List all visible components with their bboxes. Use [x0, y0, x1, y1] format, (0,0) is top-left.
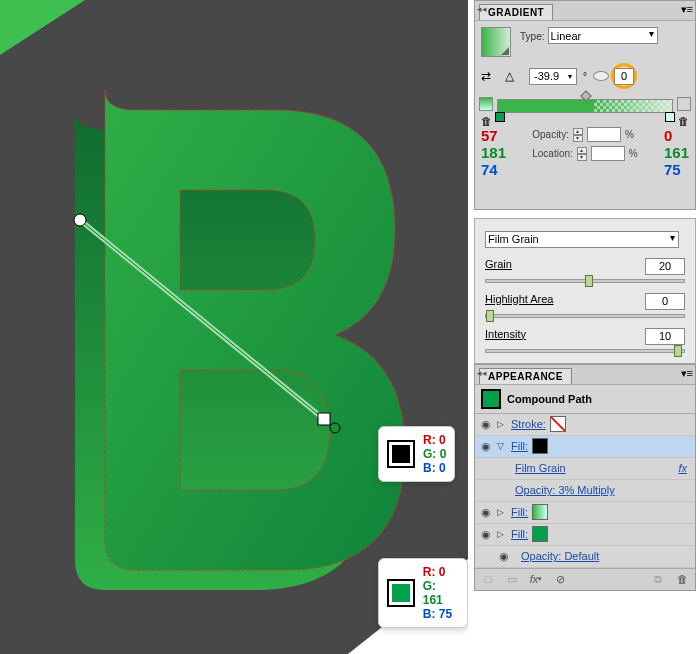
- tooltip-r: R: 0: [423, 565, 459, 579]
- tooltip-b: B: 75: [423, 607, 459, 621]
- visibility-icon[interactable]: ◉: [479, 506, 493, 519]
- midpoint-stop[interactable]: [580, 90, 591, 101]
- collapse-icon[interactable]: ◂◂: [477, 4, 487, 14]
- angle-value: -39.9: [534, 70, 559, 82]
- tooltip-g: G: 161: [423, 579, 459, 607]
- artwork-letter-b[interactable]: [45, 50, 415, 600]
- duplicate-icon[interactable]: ⧉: [651, 572, 665, 586]
- swap-fill-stroke-icon[interactable]: ⇄: [481, 69, 499, 83]
- aspect-highlight: 0: [611, 63, 637, 89]
- fill-swatch[interactable]: [532, 438, 548, 454]
- visibility-icon[interactable]: ◉: [479, 418, 493, 431]
- angle-icon: △: [505, 69, 523, 83]
- canvas-corner-decoration: [0, 0, 85, 55]
- fill-label: Fill:: [511, 506, 528, 518]
- location-label: Location:: [532, 148, 573, 159]
- appearance-row-fill[interactable]: ◉ ▷ Fill:: [475, 524, 695, 546]
- opacity-suffix: %: [625, 129, 634, 140]
- tooltip-b: B: 0: [423, 461, 446, 475]
- effect-name-value: Film Grain: [488, 233, 539, 245]
- type-label: Type:: [520, 31, 544, 42]
- intensity-label: Intensity: [485, 328, 526, 345]
- fill-swatch[interactable]: [532, 526, 548, 542]
- svg-point-2: [74, 214, 86, 226]
- highlight-label: Highlight Area: [485, 293, 554, 310]
- opacity-label: Opacity:: [532, 129, 569, 140]
- highlight-input[interactable]: 0: [645, 293, 685, 310]
- appearance-row-fill[interactable]: ◉ ▽ Fill:: [475, 436, 695, 458]
- tab-appearance[interactable]: APPEARANCE: [479, 368, 572, 384]
- location-suffix: %: [629, 148, 638, 159]
- angle-input[interactable]: -39.9▾: [529, 68, 577, 85]
- appearance-row-stroke[interactable]: ◉ ▷ Stroke:: [475, 414, 695, 436]
- panel-tabs: GRADIENT: [475, 1, 695, 21]
- disclosure-icon[interactable]: ▽: [497, 441, 507, 451]
- aspect-icon: [593, 71, 609, 81]
- clear-icon[interactable]: ⊘: [553, 572, 567, 586]
- fill-label: Fill:: [511, 528, 528, 540]
- gradient-swatch[interactable]: [481, 27, 511, 57]
- fill-swatch[interactable]: [532, 504, 548, 520]
- svg-rect-3: [318, 413, 330, 425]
- intensity-input[interactable]: 10: [645, 328, 685, 345]
- stop-left-rgb: 57 181 74: [481, 127, 506, 178]
- canvas-viewport[interactable]: R: 0 G: 0 B: 0 R: 0 G: 161 B: 75: [0, 0, 468, 654]
- appearance-panel: ◂◂ APPEARANCE ▾≡ Compound Path ◉ ▷ Strok…: [474, 364, 696, 591]
- appearance-row-default-opacity[interactable]: ◉ Opacity: Default: [475, 546, 695, 568]
- object-swatch-icon: [481, 389, 501, 409]
- appearance-row-fill[interactable]: ◉ ▷ Fill:: [475, 502, 695, 524]
- intensity-slider[interactable]: [485, 349, 685, 353]
- layer-icon[interactable]: ▭: [505, 572, 519, 586]
- new-art-icon[interactable]: □: [481, 572, 495, 586]
- opacity-input[interactable]: [587, 127, 621, 142]
- disclosure-icon[interactable]: ▷: [497, 529, 507, 539]
- color-tooltip-black: R: 0 G: 0 B: 0: [378, 426, 455, 482]
- swatch-icon: [387, 579, 415, 607]
- grain-label: Grain: [485, 258, 512, 275]
- panel-menu-icon[interactable]: ▾≡: [681, 367, 693, 380]
- appearance-row-effect[interactable]: Film Grain fx: [475, 458, 695, 480]
- fill-label: Fill:: [511, 440, 528, 452]
- gradient-panel: ◂◂ GRADIENT ▾≡ Type: Linear ⇄ △ -39.9▾: [474, 0, 696, 210]
- aspect-value: 0: [621, 70, 627, 82]
- gradient-mini-icon: [677, 97, 691, 111]
- swatch-icon: [387, 440, 415, 468]
- gradient-type-select[interactable]: Linear: [548, 27, 658, 44]
- location-stepper[interactable]: ▴▾: [577, 147, 587, 161]
- trash-icon[interactable]: 🗑: [678, 115, 689, 127]
- color-stop-left[interactable]: [495, 112, 505, 122]
- visibility-icon[interactable]: ◉: [479, 528, 493, 541]
- appearance-row-opacity[interactable]: Opacity: 3% Multiply: [475, 480, 695, 502]
- grain-slider[interactable]: [485, 279, 685, 283]
- fx-icon[interactable]: fx: [678, 462, 687, 474]
- stroke-swatch[interactable]: [550, 416, 566, 432]
- opacity-default: Opacity: Default: [521, 550, 599, 562]
- color-stop-right[interactable]: [665, 112, 675, 122]
- opacity-text: Opacity: 3% Multiply: [515, 484, 615, 496]
- gradient-slider[interactable]: [497, 99, 673, 113]
- panel-menu-icon[interactable]: ▾≡: [681, 3, 693, 16]
- visibility-icon[interactable]: ◉: [479, 440, 493, 453]
- gradient-type-value: Linear: [551, 30, 582, 42]
- disclosure-icon[interactable]: ▷: [497, 507, 507, 517]
- tooltip-r: R: 0: [423, 433, 446, 447]
- effect-name-select[interactable]: Film Grain: [485, 231, 679, 248]
- effect-name: Film Grain: [515, 462, 566, 474]
- location-input[interactable]: [591, 146, 625, 161]
- collapse-icon[interactable]: ◂◂: [477, 368, 487, 378]
- tab-gradient[interactable]: GRADIENT: [479, 4, 553, 20]
- trash-icon[interactable]: 🗑: [481, 115, 492, 127]
- aspect-input[interactable]: 0: [614, 68, 634, 85]
- disclosure-icon[interactable]: ▷: [497, 419, 507, 429]
- color-tooltip-green: R: 0 G: 161 B: 75: [378, 558, 468, 628]
- fx-menu-icon[interactable]: fx▾: [529, 572, 543, 586]
- grain-input[interactable]: 20: [645, 258, 685, 275]
- trash-icon[interactable]: 🗑: [675, 572, 689, 586]
- highlight-slider[interactable]: [485, 314, 685, 318]
- stop-right-rgb: 0 161 75: [664, 127, 689, 178]
- stroke-label: Stroke:: [511, 418, 546, 430]
- object-type: Compound Path: [507, 393, 592, 405]
- opacity-stepper[interactable]: ▴▾: [573, 128, 583, 142]
- visibility-icon[interactable]: ◉: [497, 550, 511, 563]
- gradient-mini-icon: [479, 97, 493, 111]
